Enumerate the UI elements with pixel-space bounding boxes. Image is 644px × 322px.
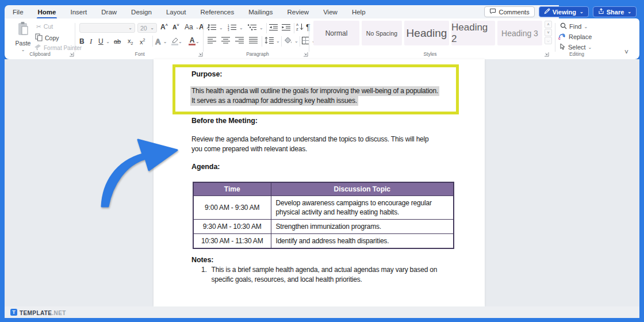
menu-tab-references[interactable]: References	[200, 9, 234, 16]
numbered-list-icon: 123	[228, 24, 237, 32]
table-header-cell[interactable]: Time	[193, 182, 271, 195]
list-item-text[interactable]: This is a brief sample health agenda, an…	[212, 265, 438, 284]
text-effects-button[interactable]: A ⌄	[155, 36, 167, 47]
copy-button[interactable]: Copy	[35, 33, 59, 43]
align-center-icon	[221, 37, 230, 45]
menu-tab-file[interactable]: File	[13, 9, 24, 16]
menu-tab-insert[interactable]: Insert	[70, 9, 87, 16]
share-label: Share	[607, 9, 624, 16]
brand-name: TEMPLATE	[20, 310, 52, 316]
style-card-heading-3[interactable]: Heading 3	[497, 21, 542, 45]
before-meeting-paragraph[interactable]: Review the agenda beforehand to understa…	[191, 135, 428, 154]
style-card-normal[interactable]: Normal	[313, 21, 359, 45]
shrink-font-button[interactable]: A˅	[172, 23, 179, 30]
text-highlight-button[interactable]: ⌄	[171, 36, 182, 47]
comments-button[interactable]: Comments	[484, 6, 534, 17]
replace-icon: cb	[558, 33, 566, 41]
show-paragraph-marks-button[interactable]: ¶	[306, 22, 310, 32]
notes-list-item[interactable]: 1. This is a brief sample health agenda,…	[201, 265, 437, 284]
increase-indent-button[interactable]	[282, 24, 290, 32]
numbering-button[interactable]: 123⌄	[228, 24, 243, 32]
table-cell-time[interactable]: 10:30 AM - 11:30 AM	[193, 233, 271, 248]
notes-heading[interactable]: Notes:	[191, 256, 213, 264]
style-card-heading-2[interactable]: Heading 2	[451, 21, 495, 45]
subscript-button[interactable]: x2	[128, 36, 133, 47]
superscript-button[interactable]: x2	[140, 36, 145, 47]
viewing-button[interactable]: Viewing ⌄	[539, 6, 589, 17]
clipboard-dialog-launcher-icon[interactable]	[69, 52, 74, 57]
select-button[interactable]: Select⌄	[559, 43, 592, 51]
shading-button[interactable]: ⌄	[284, 37, 298, 45]
agenda-heading[interactable]: Agenda:	[191, 163, 220, 171]
line-spacing-button[interactable]: ⌄	[264, 37, 280, 45]
template-net-logo[interactable]: T TEMPLATE.NET	[10, 307, 66, 317]
align-right-button[interactable]	[235, 37, 244, 45]
menu-tab-home[interactable]: Home	[38, 9, 56, 16]
svg-text:Z: Z	[296, 28, 298, 31]
svg-text:b: b	[562, 33, 565, 37]
menu-tab-design[interactable]: Design	[131, 9, 152, 16]
paragraph-dialog-launcher-icon[interactable]	[303, 52, 308, 57]
menu-tab-layout[interactable]: Layout	[166, 9, 186, 16]
gallery-more-button[interactable]: ⌵	[545, 37, 552, 44]
multilevel-list-button[interactable]: ⌄	[248, 24, 263, 32]
increase-indent-icon	[282, 24, 290, 32]
italic-button[interactable]: I	[90, 36, 92, 47]
grow-font-button[interactable]: A˄	[160, 23, 168, 31]
menu-tab-mailings[interactable]: Mailings	[248, 9, 273, 16]
menu-tab-view[interactable]: View	[323, 9, 338, 16]
bulleted-list-icon	[208, 24, 217, 32]
footer-bar: T TEMPLATE.NET	[5, 306, 639, 318]
replace-button[interactable]: cb Replace	[558, 33, 592, 41]
justify-button[interactable]	[249, 37, 258, 45]
strikethrough-button[interactable]: ab	[114, 36, 121, 47]
line-spacing-icon	[264, 37, 274, 45]
menu-tab-review[interactable]: Review	[287, 9, 309, 16]
gallery-up-button[interactable]: ˄	[545, 21, 552, 28]
font-color-icon: A	[189, 37, 195, 45]
table-cell-topic[interactable]: Develop awareness campaigns to encourage…	[271, 195, 454, 219]
style-card-no-spacing[interactable]: No Spacing	[362, 21, 402, 45]
font-name-select[interactable]: ⌄	[79, 23, 135, 33]
chevron-down-icon: ⌄	[128, 25, 132, 30]
agenda-table[interactable]: TimeDiscussion Topic 9:00 AM - 9:30 AMDe…	[193, 182, 454, 249]
paste-button[interactable]: Paste ⌄	[13, 21, 33, 49]
collapse-ribbon-button[interactable]: ˅	[624, 48, 628, 56]
table-row: 9:30 AM - 10:30 AMStrengthen immunizatio…	[193, 219, 454, 233]
table-cell-time[interactable]: 9:30 AM - 10:30 AM	[193, 219, 271, 233]
font-dialog-launcher-icon[interactable]	[198, 52, 203, 57]
search-icon	[560, 22, 567, 30]
share-button[interactable]: Share ⌄	[593, 6, 637, 17]
menu-tab-draw[interactable]: Draw	[101, 9, 117, 16]
align-center-button[interactable]	[221, 37, 230, 45]
table-header-cell[interactable]: Discussion Topic	[271, 182, 454, 195]
change-case-button[interactable]: Aa⌄	[185, 23, 199, 31]
agenda-table-head: TimeDiscussion Topic	[193, 182, 454, 195]
copy-icon	[35, 33, 43, 43]
document-page[interactable]: Purpose: This health agenda will outline…	[154, 59, 485, 306]
table-cell-topic[interactable]: Strengthen immunization programs.	[271, 219, 454, 233]
underline-button[interactable]: U ⌄	[98, 36, 110, 47]
paragraph-group-label: Paragraph	[223, 51, 292, 57]
ribbon: Paste ⌄ ✂ Cut Copy Format Painter Clipbo…	[5, 18, 639, 59]
find-button[interactable]: Find⌄	[560, 22, 588, 30]
font-size-select[interactable]: 20 ⌄	[137, 23, 157, 33]
font-color-button[interactable]: A⌄	[189, 36, 200, 47]
table-cell-topic[interactable]: Identify and address health disparities.	[271, 233, 454, 248]
find-label: Find	[569, 23, 581, 30]
align-left-button[interactable]	[208, 37, 216, 45]
bullets-button[interactable]: ⌄	[208, 24, 223, 32]
sort-icon: AZ	[296, 22, 304, 32]
decrease-indent-button[interactable]	[269, 24, 278, 32]
table-cell-time[interactable]: 9:00 AM - 9:30 AM	[193, 195, 271, 219]
menu-tab-help[interactable]: Help	[352, 9, 366, 16]
gallery-down-button[interactable]: ˅	[545, 29, 552, 36]
cut-button[interactable]: ✂ Cut	[36, 23, 53, 30]
sort-button[interactable]: AZ	[296, 22, 304, 32]
share-icon	[598, 8, 604, 16]
highlighter-icon	[171, 37, 178, 45]
before-meeting-heading[interactable]: Before the Meeting:	[191, 117, 258, 125]
bold-button[interactable]: B	[79, 36, 85, 47]
styles-dialog-launcher-icon[interactable]	[544, 52, 549, 57]
style-card-heading[interactable]: Heading	[404, 21, 449, 45]
